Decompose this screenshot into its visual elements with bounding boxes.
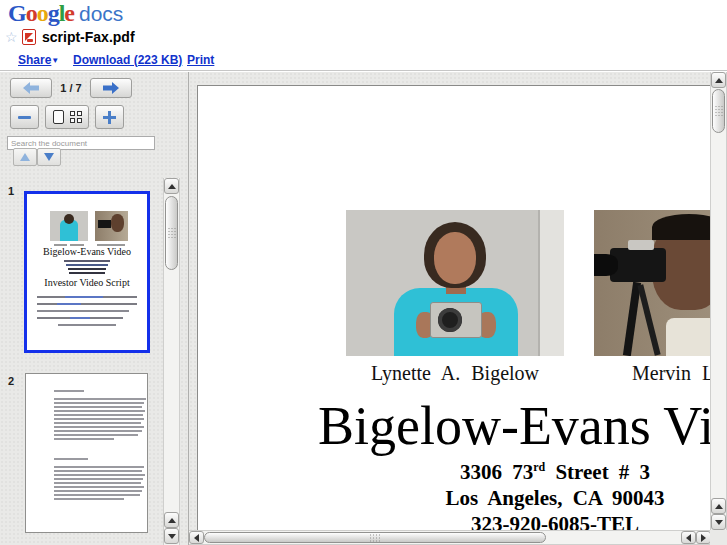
thumbnail-1-heading: Bigelow-Evans Video (27, 246, 147, 257)
horizontal-scrollbar-thumb[interactable] (204, 532, 546, 543)
file-title-row: ☆ script-Fax.pdf (0, 28, 400, 48)
grid-view-icon (70, 111, 82, 123)
arrow-right-icon (103, 82, 119, 94)
scroll-right-button[interactable] (696, 531, 711, 544)
page-indicator: 1 / 7 (55, 82, 87, 94)
triangle-left-icon (686, 534, 691, 542)
triangle-up-icon (715, 504, 723, 509)
share-menu-link[interactable]: Share▼ (18, 53, 59, 67)
fit-page-icon (53, 110, 64, 124)
triangle-right-icon (701, 534, 706, 542)
thumbnail-1-number: 1 (4, 185, 18, 197)
google-docs-logo[interactable]: Googledocs (8, 0, 123, 26)
thumbnail-page-2[interactable] (25, 373, 148, 533)
print-link[interactable]: Print (187, 53, 214, 67)
plus-icon (103, 111, 116, 124)
caption-lynette: Lynette A. Bigelow (346, 362, 564, 385)
triangle-up-icon (715, 78, 723, 83)
header: Googledocs ☆ script-Fax.pdf Share▼ Downl… (0, 0, 727, 71)
scroll-up-button[interactable] (711, 72, 726, 88)
sidebar-panel: 1 / 7 1 Bigelow-Evans Video (0, 72, 188, 545)
triangle-left-icon (194, 534, 199, 542)
photo-mervin (594, 210, 727, 356)
arrow-left-icon (23, 82, 39, 94)
thumbnail-scrollbar[interactable] (163, 178, 180, 545)
triangle-down-icon (168, 534, 176, 539)
thumbnail-2-number: 2 (4, 375, 18, 387)
zoom-in-button[interactable] (95, 105, 124, 129)
thumbnail-photo-left (50, 211, 88, 241)
address-line-2: Los Angeles, CA 90043 (198, 486, 727, 511)
thumbnail-scrollbar-thumb[interactable] (165, 196, 178, 270)
pdf-page-1: Lynette A. Bigelow Mervin L. Bigelow-Eva… (197, 85, 727, 545)
docs-logo-word: docs (79, 2, 123, 25)
vertical-scrollbar[interactable] (710, 72, 727, 530)
triangle-up-icon (168, 184, 176, 189)
triangle-up-icon (19, 152, 31, 162)
vertical-scrollbar-thumb[interactable] (712, 89, 725, 133)
chevron-down-icon: ▼ (51, 56, 59, 65)
thumbnail-scroll-up-button-2[interactable] (164, 512, 179, 528)
zoom-out-button[interactable] (10, 105, 39, 129)
thumbnail-scroll-down-button[interactable] (164, 528, 179, 544)
star-icon[interactable]: ☆ (5, 29, 18, 45)
scroll-left-button[interactable] (189, 531, 204, 544)
view-mode-button-group[interactable] (45, 105, 89, 129)
previous-page-button[interactable] (10, 78, 52, 98)
file-title: script-Fax.pdf (42, 29, 135, 45)
minus-icon (18, 116, 31, 119)
thumbnail-photo-right (95, 211, 128, 241)
horizontal-scrollbar[interactable] (189, 530, 711, 545)
find-previous-button[interactable] (13, 148, 37, 166)
thumbnail-1-subheading: Investor Video Script (27, 277, 147, 288)
scrollbar-corner (710, 530, 727, 545)
document-title: Bigelow-Evans Video (198, 398, 727, 454)
caption-mervin: Mervin L. (632, 362, 719, 385)
google-logo-word: Google (8, 0, 74, 26)
triangle-down-icon (715, 520, 723, 525)
photo-lynette (346, 210, 564, 356)
pdf-file-icon (22, 29, 36, 45)
pdf-viewer-window: Googledocs ☆ script-Fax.pdf Share▼ Downl… (0, 0, 727, 545)
triangle-down-icon (43, 152, 55, 162)
scroll-down-button[interactable] (711, 514, 726, 530)
address-line-1: 3306 73rd Street # 3 (198, 460, 727, 485)
thumbnail-scroll-up-button[interactable] (164, 178, 179, 194)
find-next-button[interactable] (37, 148, 61, 166)
actions-row: Share▼ Download (223 KB) Print (0, 53, 400, 69)
next-page-button[interactable] (90, 78, 132, 98)
thumbnail-page-1[interactable]: Bigelow-Evans Video Investor Video Scrip… (24, 191, 150, 353)
triangle-up-icon (168, 518, 176, 523)
download-link[interactable]: Download (223 KB) (73, 53, 182, 67)
document-viewport: Lynette A. Bigelow Mervin L. Bigelow-Eva… (188, 72, 727, 545)
scroll-up-button-2[interactable] (711, 498, 726, 514)
scroll-left-button-2[interactable] (681, 531, 696, 544)
